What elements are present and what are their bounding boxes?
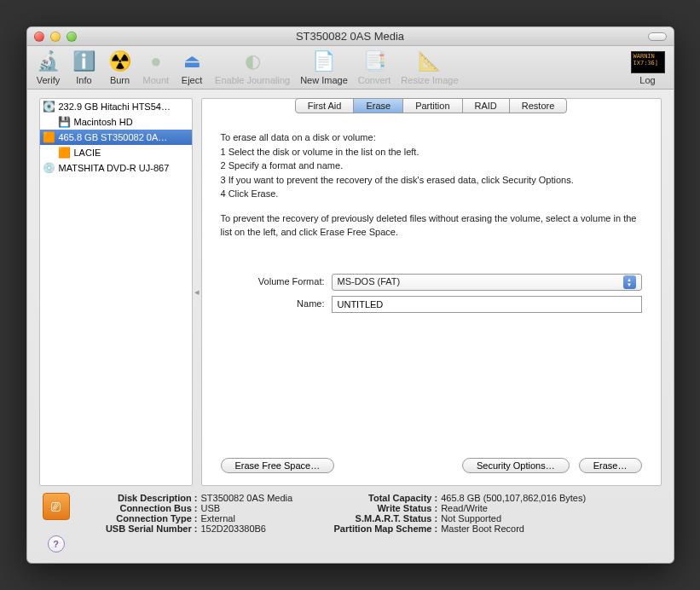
connection-type-value: External: [198, 513, 235, 523]
smart-status-value: Not Supported: [437, 513, 501, 523]
write-status-value: Read/Write: [437, 503, 488, 513]
resize-image-button: 📐 Resize Image: [401, 49, 458, 85]
disk-description-key: Disk Description :: [78, 493, 198, 503]
instr-para2: To prevent the recovery of previously de…: [221, 211, 642, 240]
total-capacity-value: 465.8 GB (500,107,862,016 Bytes): [437, 493, 586, 503]
name-input[interactable]: [332, 296, 642, 313]
convert-label: Convert: [358, 75, 391, 85]
resize-icon: 📐: [418, 49, 442, 73]
eject-label: Eject: [182, 75, 202, 85]
disk-sidebar[interactable]: 💽 232.9 GB Hitachi HTS54… 💾 Macintosh HD…: [39, 98, 193, 486]
mount-label: Mount: [143, 75, 170, 85]
erase-content: To erase all data on a disk or volume: 1…: [202, 113, 661, 451]
splitter-handle[interactable]: ◂: [193, 98, 201, 486]
sidebar-item-label: 465.8 GB ST350082 0A…: [59, 132, 168, 142]
sidebar-item-macintosh-hd[interactable]: 💾 Macintosh HD: [40, 114, 192, 130]
erase-button[interactable]: Erase…: [579, 458, 642, 473]
volume-format-value: MS-DOS (FAT): [338, 275, 401, 289]
tab-erase[interactable]: Erase: [354, 99, 403, 113]
new-image-icon: 📄: [312, 49, 336, 73]
disk-utility-window: ST350082 0AS Media 🔬 Verify ℹ️ Info ☢️ B…: [26, 26, 674, 564]
mount-icon: ●: [144, 49, 168, 73]
sidebar-item-lacie[interactable]: 🟧 LACIE: [40, 145, 192, 160]
volume-format-select[interactable]: MS-DOS (FAT) ▲▼: [332, 274, 642, 291]
tab-raid[interactable]: RAID: [463, 99, 510, 113]
titlebar: ST350082 0AS Media: [27, 27, 674, 46]
dvd-icon: 💿: [43, 162, 55, 174]
convert-button: 📑 Convert: [358, 49, 391, 85]
log-label: Log: [639, 75, 655, 85]
volume-format-label: Volume Format:: [221, 275, 332, 289]
instr-step4: 4 Click Erase.: [221, 187, 642, 201]
mount-button: ● Mount: [143, 49, 170, 85]
connection-bus-key: Connection Bus :: [78, 503, 198, 513]
connection-type-key: Connection Type :: [78, 513, 198, 523]
instr-step3: 3 If you want to prevent the recovery of…: [221, 173, 642, 188]
microscope-icon: 🔬: [37, 49, 61, 73]
disk-badge-icon: ⎚: [43, 493, 70, 520]
instr-step2: 2 Specify a format and name.: [221, 159, 642, 173]
new-image-button[interactable]: 📄 New Image: [300, 49, 348, 85]
usb-serial-key: USB Serial Number :: [78, 523, 198, 534]
erase-free-space-button[interactable]: Erase Free Space…: [221, 458, 335, 473]
eject-button[interactable]: ⏏ Eject: [179, 49, 205, 85]
tab-bar: First Aid Erase Partition RAID Restore: [202, 98, 661, 113]
sidebar-item-matshita[interactable]: 💿 MATSHITA DVD-R UJ-867: [40, 160, 192, 176]
sidebar-item-label: Macintosh HD: [74, 117, 133, 127]
info-button[interactable]: ℹ️ Info: [72, 49, 97, 85]
enable-journaling-button: ◐ Enable Journaling: [215, 49, 290, 85]
info-icon: ℹ️: [72, 49, 96, 73]
tab-first-aid[interactable]: First Aid: [296, 99, 355, 113]
sidebar-item-hitachi[interactable]: 💽 232.9 GB Hitachi HTS54…: [40, 99, 192, 114]
info-label: Info: [76, 75, 91, 85]
footer: ⎚ ? Disk Description :ST350082 0AS Media…: [27, 486, 674, 563]
external-disk-icon: 🟧: [43, 131, 55, 143]
toolbar: 🔬 Verify ℹ️ Info ☢️ Burn ● Mount ⏏ Eject…: [27, 46, 674, 90]
log-button[interactable]: WARNIN IX7:36] Log: [631, 51, 665, 85]
help-button[interactable]: ?: [48, 535, 65, 552]
instructions: To erase all data on a disk or volume: 1…: [221, 130, 642, 248]
radiation-icon: ☢️: [108, 49, 132, 73]
connection-bus-value: USB: [198, 503, 221, 513]
usb-serial-value: 152D203380B6: [198, 523, 266, 534]
partition-scheme-key: Partition Map Scheme :: [318, 523, 437, 534]
sidebar-item-label: 232.9 GB Hitachi HTS54…: [59, 101, 171, 112]
verify-button[interactable]: 🔬 Verify: [36, 49, 61, 85]
log-icon: WARNIN IX7:36]: [631, 51, 665, 73]
button-row: Erase Free Space… Security Options… Eras…: [202, 451, 661, 485]
window-title: ST350082 0AS Media: [27, 30, 674, 43]
verify-label: Verify: [37, 75, 61, 85]
burn-button[interactable]: ☢️ Burn: [107, 49, 133, 85]
main-panel: First Aid Erase Partition RAID Restore T…: [201, 98, 662, 486]
hdd-icon: 💽: [43, 101, 55, 113]
enable-journaling-label: Enable Journaling: [215, 75, 290, 85]
smart-status-key: S.M.A.R.T. Status :: [318, 513, 437, 523]
sidebar-item-label: LACIE: [74, 148, 101, 158]
tab-restore[interactable]: Restore: [510, 99, 567, 113]
write-status-key: Write Status :: [318, 503, 437, 513]
disk-description-value: ST350082 0AS Media: [198, 493, 293, 503]
toolbar-pill-button[interactable]: [648, 32, 667, 41]
eject-icon: ⏏: [180, 49, 204, 73]
security-options-button[interactable]: Security Options…: [462, 458, 570, 473]
dropdown-arrows-icon: ▲▼: [623, 275, 636, 289]
name-label: Name:: [221, 297, 332, 311]
new-image-label: New Image: [300, 75, 348, 85]
resize-image-label: Resize Image: [401, 75, 458, 85]
sidebar-item-label: MATSHITA DVD-R UJ-867: [59, 163, 170, 173]
external-volume-icon: 🟧: [59, 147, 71, 159]
instr-step1: 1 Select the disk or volume in the list …: [221, 145, 642, 159]
journal-icon: ◐: [240, 49, 264, 73]
sidebar-item-st350082[interactable]: 🟧 465.8 GB ST350082 0A…: [40, 130, 192, 145]
instr-intro: To erase all data on a disk or volume:: [221, 130, 642, 145]
erase-form: Volume Format: MS-DOS (FAT) ▲▼ Name:: [221, 274, 642, 318]
partition-scheme-value: Master Boot Record: [437, 523, 524, 534]
total-capacity-key: Total Capacity :: [318, 493, 437, 503]
burn-label: Burn: [110, 75, 130, 85]
convert-icon: 📑: [362, 49, 386, 73]
tab-partition[interactable]: Partition: [403, 99, 462, 113]
volume-icon: 💾: [59, 116, 71, 128]
